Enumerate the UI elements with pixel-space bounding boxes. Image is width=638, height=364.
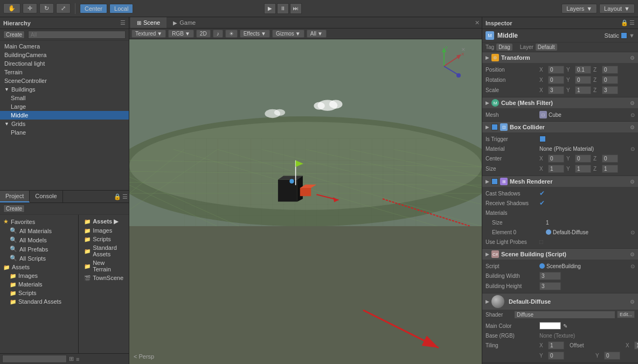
hand-tool-btn[interactable]: ✋ [3,3,20,13]
rot-y[interactable]: 0 [575,76,591,84]
rotate-tool-btn[interactable]: ↻ [39,3,54,13]
2d-btn[interactable]: 2D [196,30,211,38]
scale-z[interactable]: 3 [602,86,618,94]
size-y[interactable]: 1 [575,165,591,173]
assets-images-item[interactable]: 📁 Images [0,271,78,280]
all-dropdown[interactable]: All ▼ [307,30,327,38]
size-x[interactable]: 1 [548,165,564,173]
shader-edit-btn[interactable]: Edit... [617,311,635,318]
scale-x[interactable]: 3 [548,86,564,94]
assets-standard-item[interactable]: 📁 Standard Assets [0,297,78,306]
pos-y[interactable]: 0.1 [575,66,591,74]
building-height-value[interactable]: 3 [539,282,561,290]
mesh-filter-header[interactable]: ▶ M Cube (Mesh Filter) ⚙ [482,97,638,108]
move-tool-btn[interactable]: ✛ [23,3,37,13]
layout-dropdown[interactable]: Layout ▼ [599,4,635,13]
layers-dropdown[interactable]: Layers ▼ [561,4,597,13]
is-trigger-checkbox[interactable] [539,136,546,142]
all-models-item[interactable]: 🔍 All Models [0,235,78,244]
layer-value[interactable]: Default [536,44,557,51]
material-settings-btn[interactable]: ⚙ [630,299,635,305]
script-header[interactable]: ▶ C# Scene Building (Script) ⚙ [482,249,638,260]
shader-value[interactable]: Diffuse [515,311,615,318]
gizmos-dropdown[interactable]: Gizmos ▼ [272,30,304,38]
rot-x[interactable]: 0 [548,76,564,84]
asset-standard[interactable]: 📁 Standard Assets [81,243,127,258]
hierarchy-item-grids[interactable]: ▼ Grids [0,120,129,128]
all-prefabs-item[interactable]: 🔍 All Prefabs [0,244,78,254]
hierarchy-item-large[interactable]: Large [0,102,129,111]
box-collider-enabled[interactable] [491,124,498,130]
tab-scene[interactable]: ⊞ Scene [130,17,167,28]
center-z[interactable]: 0 [602,155,618,163]
hierarchy-menu-btn[interactable]: ☰ [120,19,126,26]
favorites-item[interactable]: ★ Favorites [0,217,78,226]
step-btn[interactable]: ⏭ [290,3,302,14]
scene-close-btn[interactable]: ✕ [475,19,480,26]
use-light-probes-check[interactable]: □ [539,238,543,246]
pos-z[interactable]: 0 [602,66,618,74]
offset-x[interactable]: 1 [634,341,638,349]
pos-x[interactable]: 0 [548,66,564,74]
tab-console[interactable]: Console [30,191,63,202]
hierarchy-item-plane[interactable]: Plane [0,128,129,137]
hierarchy-item-middle[interactable]: Middle [0,111,129,120]
hierarchy-item-scene-controller[interactable]: SceneController [0,76,129,85]
inspector-lock-btn[interactable]: 🔒 [621,19,628,26]
box-collider-settings-btn[interactable]: ⚙ [630,124,635,130]
project-create-btn[interactable]: Create [3,205,25,213]
pause-btn[interactable]: ⏸ [277,3,289,14]
center-y[interactable]: 0 [575,155,591,163]
box-collider-header[interactable]: ▶ ⊡ Box Collider ⚙ [482,122,638,132]
inspector-menu-btn[interactable]: ☰ [629,19,635,26]
mesh-renderer-header[interactable]: ▶ ⊞ Mesh Renderer ⚙ [482,176,638,187]
static-checkbox[interactable] [621,32,627,39]
tag-value[interactable]: Drag [496,44,512,51]
transform-header[interactable]: ▶ ⊕ Transform ⚙ [482,52,638,63]
tab-game[interactable]: ▶ Game [167,17,202,28]
assets-root-item[interactable]: 📁 Assets [0,263,78,271]
rgb-dropdown[interactable]: RGB ▼ [168,30,194,38]
audio-btn[interactable]: ♪ [213,30,223,38]
play-btn[interactable]: ▶ [264,3,276,14]
local-btn[interactable]: Local [109,4,133,13]
script-settings-btn[interactable]: ⚙ [630,251,635,257]
asset-town-scene[interactable]: 🎬 TownScene [81,274,127,282]
hierarchy-search-input[interactable] [28,31,126,39]
script-select-btn[interactable]: ⊙ [630,263,635,269]
hierarchy-item-buildings[interactable]: ▼ Buildings [0,85,129,94]
tiling-x[interactable]: 1 [548,341,564,349]
cast-shadows-check[interactable]: ✔ [539,190,545,197]
viewport[interactable]: Y X ✕ < Persp [129,39,482,364]
building-width-value[interactable]: 3 [539,272,561,280]
project-icon-btn1[interactable]: 🔒 [114,192,121,201]
element0-btn[interactable]: ⊙ [630,229,635,235]
all-materials-item[interactable]: 🔍 All Materials [0,226,78,235]
project-list-btn[interactable]: ≡ [76,356,79,362]
assets-materials-item[interactable]: 📁 Materials [0,280,78,289]
hierarchy-item-small[interactable]: Small [0,94,129,102]
mesh-renderer-enabled[interactable] [491,178,498,185]
hierarchy-create-btn[interactable]: Create [3,31,25,39]
main-color-swatch[interactable] [539,322,561,330]
scale-tool-btn[interactable]: ⤢ [56,3,71,13]
project-search-input[interactable] [2,355,67,363]
tab-project[interactable]: Project [0,191,30,202]
mesh-filter-settings-btn[interactable]: ⚙ [630,100,635,106]
shading-dropdown[interactable]: Textured ▼ [131,30,166,38]
hierarchy-item-main-camera[interactable]: Main Camera [0,42,129,51]
transform-settings-btn[interactable]: ⚙ [630,55,635,61]
color-edit-icon[interactable]: ✎ [563,323,567,329]
receive-shadows-check[interactable]: ✔ [539,199,545,207]
center-btn[interactable]: Center [80,4,107,13]
hierarchy-item-directional-light[interactable]: Directional light [0,59,129,68]
offset-y[interactable]: 0 [604,352,620,360]
scale-y[interactable]: 1 [575,86,591,94]
mesh-renderer-settings-btn[interactable]: ⚙ [630,179,635,185]
hierarchy-item-terrain[interactable]: Terrain [0,68,129,76]
assets-scripts-item[interactable]: 📁 Scripts [0,289,78,297]
asset-images[interactable]: 📁 Images [81,226,127,235]
asset-new-terrain[interactable]: 📁 New Terrain [81,258,127,274]
project-grid-btn[interactable]: ⊞ [69,355,74,362]
size-z[interactable]: 1 [602,165,618,173]
